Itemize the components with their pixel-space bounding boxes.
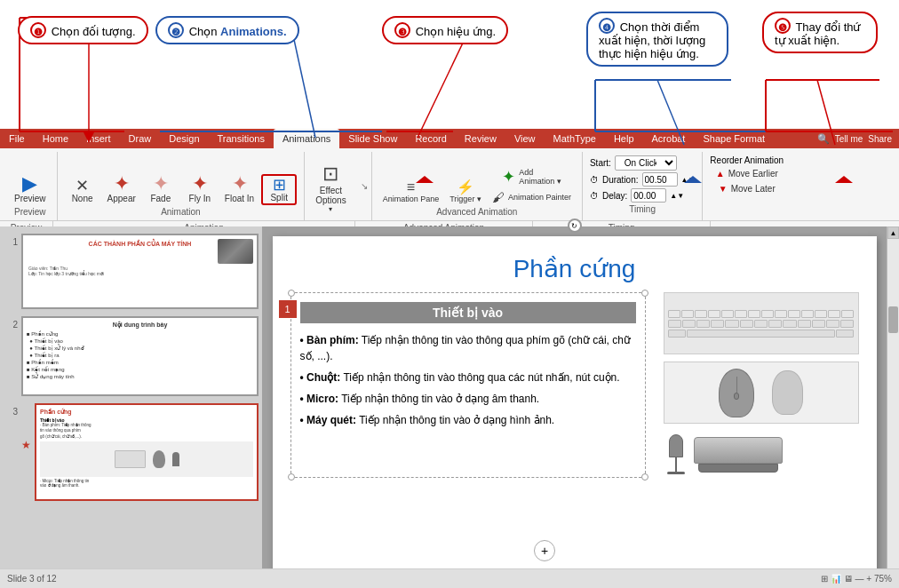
tab-design[interactable]: Design xyxy=(160,129,208,148)
animation-group-label: Animation xyxy=(161,207,200,217)
effect-options-button[interactable]: ⊡ EffectOptions ▾ xyxy=(312,161,349,215)
rotation-handle[interactable]: ↻ xyxy=(568,219,582,233)
slide-1-thumbnail[interactable]: CÁC THÀNH PHẦN CỦA MÁY TÍNH Giáo viên: T… xyxy=(21,234,259,309)
key xyxy=(768,320,782,328)
text-content-box[interactable]: 1 Thiết bị vào • Bàn phím: Tiếp nhận thô… xyxy=(290,292,646,478)
flyin-button[interactable]: ✦ Fly In xyxy=(182,172,218,205)
tab-review[interactable]: Review xyxy=(456,129,505,148)
key xyxy=(695,310,707,318)
key-enter xyxy=(836,330,855,338)
mouse-scroll-wheel xyxy=(734,393,739,400)
bullet-2: • Chuột: Tiếp nhận thông tin vào thông q… xyxy=(300,369,636,385)
tab-draw[interactable]: Draw xyxy=(120,129,161,148)
move-earlier-button[interactable]: ▲ Move Earlier xyxy=(710,167,784,180)
keyboard-row-1 xyxy=(668,310,855,318)
right-scrollbar[interactable]: ▲ ▼ xyxy=(887,226,899,588)
slide-title: Phần cứng xyxy=(273,236,877,292)
trigger-button[interactable]: ⚡ Trigger ▾ xyxy=(446,179,485,205)
preview-button[interactable]: ▶ Preview xyxy=(11,172,50,205)
add-animation-area: ✦ AddAnimation ▾ 🖌 Animation Painter xyxy=(489,166,575,205)
tab-mathtype[interactable]: MathType xyxy=(545,129,605,148)
scroll-thumb[interactable] xyxy=(888,306,898,333)
slide-2-item-7: ■ Sử dụng máy tính xyxy=(27,373,253,379)
ribbon-group-effect: ⊡ EffectOptions ▾ xyxy=(305,152,356,220)
appear-button[interactable]: ✦ Appear xyxy=(104,172,139,205)
tab-view[interactable]: View xyxy=(505,129,545,148)
slide-count: Slide 3 of 12 xyxy=(7,574,57,584)
animation-pane-button[interactable]: ≡ Animation Pane xyxy=(379,179,443,205)
tab-animations[interactable]: Animations xyxy=(274,129,339,148)
preview-group-label: Preview xyxy=(14,207,46,217)
ribbon-tabs[interactable]: File Home Insert Draw Design Transitions… xyxy=(0,129,899,148)
key xyxy=(721,310,734,318)
duration-spinner[interactable]: ▲▼ xyxy=(681,176,696,184)
advanced-buttons: ≡ Animation Pane ⚡ Trigger ▾ ✦ AddAnimat… xyxy=(379,155,575,205)
mouse-center-line xyxy=(736,377,737,394)
mouse-image xyxy=(664,362,859,424)
start-row: Start: On Click xyxy=(590,155,695,171)
fade-button[interactable]: ✦ Fade xyxy=(143,172,179,205)
slide-2-thumbnail[interactable]: Nội dung trình bày ■ Phần cứng ● Thiết b… xyxy=(21,316,259,396)
slide-3-thumbnail[interactable]: Phần cứng Thiết bị vào · Bàn phím: Tiếp … xyxy=(35,403,259,501)
delay-row: ⏱ Delay: ▲▼ xyxy=(590,188,695,203)
key xyxy=(681,310,694,318)
tab-transitions[interactable]: Transitions xyxy=(209,129,274,148)
slide-1-computer-image xyxy=(218,239,253,264)
key xyxy=(840,320,854,328)
scanner-base xyxy=(698,464,778,473)
appear-label: Appear xyxy=(107,194,136,203)
tab-slideshow[interactable]: Slide Show xyxy=(339,129,406,148)
tab-insert[interactable]: Insert xyxy=(77,129,120,148)
delay-spinner[interactable]: ▲▼ xyxy=(670,192,684,200)
slide-thumb-2: 2 Nội dung trình bày ■ Phần cứng ● Thiết… xyxy=(4,316,259,396)
preview-label: Preview xyxy=(14,194,46,203)
slide-thumb-1: 1 CÁC THÀNH PHẦN CỦA MÁY TÍNH Giáo viên:… xyxy=(4,234,259,309)
slide-3-more-text: · Micro: Tiếp nhận thông tin vào ở dạng … xyxy=(40,479,253,488)
tab-record[interactable]: Record xyxy=(406,129,455,148)
split-icon: ⊞ xyxy=(273,177,286,193)
delay-input[interactable] xyxy=(631,188,666,203)
slide-canvas[interactable]: Phần cứng 1 Thiết bị vào • Bàn phím: Tiế… xyxy=(273,236,877,578)
floatin-button[interactable]: ✦ Float In xyxy=(221,172,258,205)
key xyxy=(668,310,680,318)
expand-icon: ↘ xyxy=(357,152,372,220)
add-animation-button[interactable]: ✦ AddAnimation ▾ xyxy=(489,166,575,187)
move-later-button[interactable]: ▼ Move Later xyxy=(710,182,784,195)
tab-shapeformat[interactable]: Shape Format xyxy=(694,129,774,148)
split-button[interactable]: ⊞ Split xyxy=(261,174,297,205)
slide-3-number: 3 xyxy=(4,403,18,417)
key xyxy=(725,320,738,328)
tab-home[interactable]: Home xyxy=(34,129,77,148)
slide-3-text: · Bàn phím: Tiếp nhận thông tin vào thôn… xyxy=(40,423,253,440)
start-label: Start: xyxy=(590,158,611,168)
ribbon-group-preview: ▶ Preview Preview xyxy=(4,152,58,220)
painter-icon: 🖌 xyxy=(492,191,505,203)
tab-acrobat[interactable]: Acrobat xyxy=(643,129,695,148)
key xyxy=(708,310,720,318)
animation-pane-label: Animation Pane xyxy=(383,195,440,203)
timing-group-label: Timing xyxy=(629,204,656,214)
key-space xyxy=(687,330,834,338)
key xyxy=(826,320,839,328)
tab-help[interactable]: Help xyxy=(605,129,643,148)
duration-label: ⏱ xyxy=(590,175,599,185)
fade-icon: ✦ xyxy=(153,174,169,194)
key xyxy=(828,310,840,318)
tab-file[interactable]: File xyxy=(0,129,34,148)
mini-mouse xyxy=(153,450,165,468)
scroll-up-btn[interactable]: ▲ xyxy=(887,226,899,239)
start-select[interactable]: On Click xyxy=(615,155,677,171)
animation-painter-label: Animation Painter xyxy=(508,193,571,202)
annotation-area xyxy=(0,0,899,131)
ribbon-body: ▶ Preview Preview ✕ None ✦ Appear ✦ Fade xyxy=(0,148,899,221)
animation-painter-button[interactable]: 🖌 Animation Painter xyxy=(489,189,575,205)
animation-number-badge: 1 xyxy=(279,300,297,318)
bullet-3: • Micro: Tiếp nhận thông tin vào ở dạng … xyxy=(300,391,636,407)
duration-input[interactable] xyxy=(642,172,678,187)
animation-buttons: ✕ None ✦ Appear ✦ Fade ✦ Fly In ✦ Floa xyxy=(65,155,298,205)
scroll-track xyxy=(887,239,899,576)
slide-nav-up[interactable]: + xyxy=(534,540,555,561)
handle-tl xyxy=(288,290,295,297)
none-button[interactable]: ✕ None xyxy=(65,176,100,205)
share-button[interactable]: Share xyxy=(868,134,892,144)
